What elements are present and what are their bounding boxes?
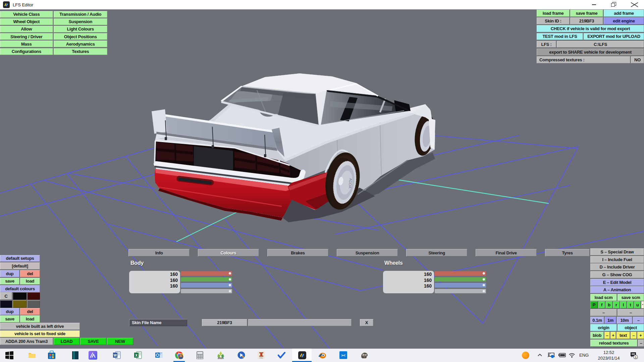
svg-text:X: X <box>135 354 138 357</box>
svg-text:PRO: PRO <box>260 357 263 359</box>
svg-text:W: W <box>114 354 117 357</box>
svg-text:2020: 2020 <box>218 357 224 360</box>
svg-text:><: >< <box>341 354 346 358</box>
svg-text:1: 1 <box>635 355 636 359</box>
